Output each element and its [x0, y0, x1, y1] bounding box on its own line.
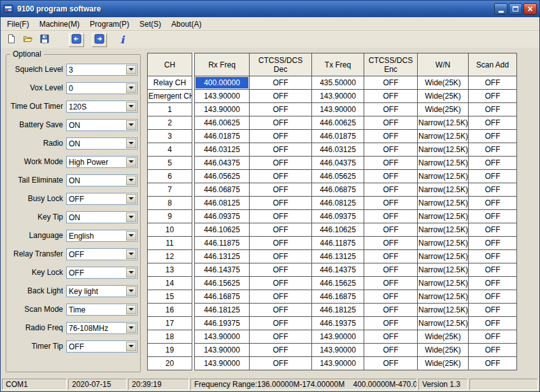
wn-cell[interactable]: Wide(25K) [418, 330, 469, 344]
tx-cell[interactable]: 446.04375 [312, 157, 364, 170]
dec-cell[interactable]: OFF [250, 116, 312, 130]
channel-label-cell[interactable]: 14 [148, 277, 192, 290]
dec-cell[interactable]: OFF [250, 277, 312, 290]
channel-label-cell[interactable]: 9 [148, 210, 192, 223]
wn-cell[interactable]: Wide(25K) [418, 90, 469, 103]
channel-label-cell[interactable]: 10 [148, 223, 192, 237]
channel-label-cell[interactable]: Emergent CH [148, 90, 192, 103]
wn-cell[interactable]: Narrow(12.5K) [418, 210, 469, 223]
tx-cell[interactable]: 446.11875 [312, 237, 364, 250]
scan-cell[interactable]: OFF [469, 277, 517, 290]
enc-cell[interactable]: OFF [364, 263, 418, 277]
chevron-down-icon[interactable] [126, 268, 136, 277]
work-mode-select[interactable]: High Power [66, 156, 138, 168]
channel-label-cell[interactable]: 15 [148, 290, 192, 304]
chevron-down-icon[interactable] [126, 139, 136, 148]
wn-cell[interactable]: Narrow(12.5K) [418, 143, 469, 157]
menu-machine[interactable]: Machine(M) [34, 17, 85, 31]
chevron-down-icon[interactable] [126, 120, 136, 130]
tx-cell[interactable]: 446.00625 [312, 116, 364, 130]
rx-cell[interactable]: 143.90000 [195, 357, 250, 370]
rx-cell[interactable]: 446.00625 [195, 116, 250, 130]
dec-cell[interactable]: OFF [250, 183, 312, 197]
dec-cell[interactable]: OFF [250, 357, 312, 370]
scan-cell[interactable]: OFF [469, 250, 517, 263]
scan-mode-select[interactable]: Time [66, 304, 138, 316]
rx-cell[interactable]: 446.13125 [195, 250, 250, 263]
enc-cell[interactable]: OFF [364, 103, 418, 116]
wn-cell[interactable]: Narrow(12.5K) [418, 237, 469, 250]
enc-cell[interactable]: OFF [364, 304, 418, 317]
rx-cell[interactable]: 143.90000 [195, 330, 250, 344]
enc-cell[interactable]: OFF [364, 170, 418, 183]
chevron-down-icon[interactable] [126, 83, 136, 93]
chevron-down-icon[interactable] [126, 213, 136, 222]
tx-cell[interactable]: 143.90000 [312, 330, 364, 344]
tx-cell[interactable]: 446.13125 [312, 250, 364, 263]
chevron-down-icon[interactable] [126, 157, 136, 167]
scan-cell[interactable]: OFF [469, 116, 517, 130]
channel-label-cell[interactable]: 17 [148, 317, 192, 330]
chevron-down-icon[interactable] [126, 194, 136, 204]
dec-cell[interactable]: OFF [250, 197, 312, 210]
chevron-down-icon[interactable] [126, 231, 136, 241]
scan-cell[interactable]: OFF [469, 103, 517, 116]
wn-cell[interactable]: Narrow(12.5K) [418, 263, 469, 277]
channel-label-cell[interactable]: 7 [148, 183, 192, 197]
rx-cell[interactable]: 446.18125 [195, 304, 250, 317]
scan-cell[interactable]: OFF [469, 263, 517, 277]
scan-cell[interactable]: OFF [469, 317, 517, 330]
enc-cell[interactable]: OFF [364, 183, 418, 197]
rx-cell[interactable]: 446.15625 [195, 277, 250, 290]
rx-cell[interactable]: 446.06875 [195, 183, 250, 197]
rx-cell[interactable]: 446.14375 [195, 263, 250, 277]
back-light-select[interactable]: Key light [66, 285, 138, 297]
wn-cell[interactable]: Narrow(12.5K) [418, 250, 469, 263]
enc-cell[interactable]: OFF [364, 143, 418, 157]
wn-cell[interactable]: Narrow(12.5K) [418, 223, 469, 237]
dec-cell[interactable]: OFF [250, 170, 312, 183]
enc-cell[interactable]: OFF [364, 290, 418, 304]
channel-label-cell[interactable]: 20 [148, 357, 192, 370]
tx-cell[interactable]: 446.15625 [312, 277, 364, 290]
chevron-down-icon[interactable] [126, 249, 136, 259]
busy-lock-select[interactable]: OFF [66, 193, 138, 205]
dec-cell[interactable]: OFF [250, 223, 312, 237]
channel-label-cell[interactable]: Relay CH [148, 76, 192, 90]
channel-label-cell[interactable]: 19 [148, 344, 192, 357]
scan-cell[interactable]: OFF [469, 330, 517, 344]
tx-cell[interactable]: 143.90000 [312, 103, 364, 116]
minimize-button[interactable] [494, 3, 508, 15]
tx-cell[interactable]: 446.03125 [312, 143, 364, 157]
wn-cell[interactable]: Narrow(12.5K) [418, 290, 469, 304]
dec-cell[interactable]: OFF [250, 237, 312, 250]
enc-cell[interactable]: OFF [364, 90, 418, 103]
chevron-down-icon[interactable] [126, 323, 136, 333]
rx-cell[interactable]: 446.08125 [195, 197, 250, 210]
enc-cell[interactable]: OFF [364, 116, 418, 130]
tx-cell[interactable]: 446.16875 [312, 290, 364, 304]
channel-label-cell[interactable]: 13 [148, 263, 192, 277]
wn-cell[interactable]: Narrow(12.5K) [418, 277, 469, 290]
dec-cell[interactable]: OFF [250, 330, 312, 344]
maximize-button[interactable] [509, 3, 522, 15]
scan-cell[interactable]: OFF [469, 183, 517, 197]
scan-cell[interactable]: OFF [469, 223, 517, 237]
enc-cell[interactable]: OFF [364, 277, 418, 290]
rx-cell[interactable]: 446.11875 [195, 237, 250, 250]
chevron-down-icon[interactable] [126, 176, 136, 185]
dec-cell[interactable]: OFF [250, 90, 312, 103]
rx-cell[interactable]: 446.09375 [195, 210, 250, 223]
tx-cell[interactable]: 446.18125 [312, 304, 364, 317]
scan-cell[interactable]: OFF [469, 157, 517, 170]
wn-cell[interactable]: Narrow(12.5K) [418, 157, 469, 170]
channel-label-cell[interactable]: 8 [148, 197, 192, 210]
wn-cell[interactable]: Wide(25K) [418, 344, 469, 357]
tx-cell[interactable]: 143.90000 [312, 357, 364, 370]
language-select[interactable]: English [66, 230, 138, 242]
channel-label-cell[interactable]: 18 [148, 330, 192, 344]
chevron-down-icon[interactable] [126, 65, 136, 74]
tx-cell[interactable]: 446.06875 [312, 183, 364, 197]
scan-cell[interactable]: OFF [469, 170, 517, 183]
rx-cell[interactable]: 143.90000 [195, 344, 250, 357]
